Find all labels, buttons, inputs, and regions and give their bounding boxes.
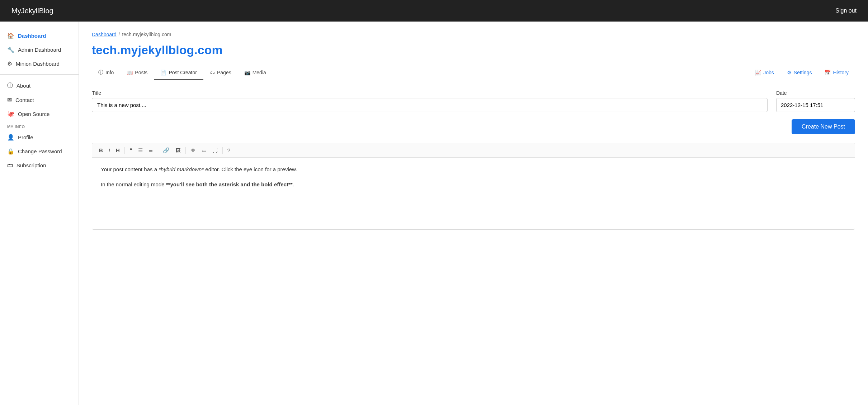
sidebar-item-change-password[interactable]: 🔒 Change Password — [0, 144, 79, 158]
editor-toolbar: B I H ❝ ☰ ≣ 🔗 🖼 👁 ▭ ⛶ ? — [92, 143, 855, 158]
help-button[interactable]: ? — [225, 146, 233, 154]
heading-button[interactable]: H — [113, 146, 122, 154]
editor-line-2: In the normal editing mode **you'll see … — [101, 180, 846, 189]
signout-button[interactable]: Sign out — [835, 8, 857, 14]
sidebar-item-label: Open Source — [18, 111, 49, 117]
editor-container: B I H ❝ ☰ ≣ 🔗 🖼 👁 ▭ ⛶ ? Your post conten… — [92, 143, 855, 230]
history-tab-icon: 📅 — [825, 70, 831, 75]
tab-label: Posts — [135, 70, 147, 75]
sidebar-item-open-source[interactable]: 🐙 Open Source — [0, 107, 79, 121]
sidebar-divider — [0, 74, 79, 75]
tab-label: Jobs — [763, 70, 774, 75]
topnav: MyJekyllBlog Sign out — [0, 0, 868, 22]
breadcrumb-home[interactable]: Dashboard — [92, 32, 117, 37]
sidebar-item-minion-dashboard[interactable]: ⚙ Minion Dashboard — [0, 57, 79, 71]
sidebar-item-dashboard[interactable]: 🏠 Dashboard — [0, 29, 79, 43]
toolbar-separator-2 — [158, 147, 158, 154]
sidebar-item-label: Admin Dashboard — [18, 47, 61, 53]
home-icon: 🏠 — [7, 32, 14, 39]
tab-pages[interactable]: 🗂 Pages — [203, 66, 238, 80]
link-button[interactable]: 🔗 — [160, 146, 172, 154]
info-tab-icon: ⓘ — [98, 69, 103, 76]
toolbar-separator-4 — [222, 147, 223, 154]
sidebar: 🏠 Dashboard 🔧 Admin Dashboard ⚙ Minion D… — [0, 22, 79, 405]
tabs-bar: ⓘ Info 📖 Posts 📄 Post Creator 🗂 Pages 📷 … — [92, 66, 855, 80]
main-content: Dashboard / tech.myjekyllblog.com tech.m… — [79, 22, 868, 405]
github-icon: 🐙 — [7, 111, 14, 117]
sidebar-item-label: Change Password — [18, 148, 62, 154]
media-tab-icon: 📷 — [244, 70, 250, 75]
quote-button[interactable]: ❝ — [127, 146, 135, 154]
card-icon: 🗃 — [7, 162, 13, 168]
tab-posts[interactable]: 📖 Posts — [120, 66, 154, 80]
italic-button[interactable]: I — [106, 146, 113, 154]
tab-label: Settings — [794, 70, 812, 75]
preview-button[interactable]: 👁 — [188, 146, 198, 154]
wrench-icon: 🔧 — [7, 46, 14, 53]
toolbar-separator-1 — [124, 147, 125, 154]
posts-tab-icon: 📖 — [127, 70, 133, 75]
settings-tab-icon: ⚙ — [787, 70, 792, 75]
sidebar-item-label: Dashboard — [18, 33, 46, 39]
unordered-list-button[interactable]: ☰ — [136, 146, 145, 154]
title-label: Title — [92, 90, 768, 96]
tab-post-creator[interactable]: 📄 Post Creator — [154, 66, 203, 80]
date-input-wrapper: ▾ — [776, 98, 855, 112]
editor-body[interactable]: Your post content has a *hybrid markdown… — [92, 158, 855, 229]
site-logo: MyJekyllBlog — [11, 7, 53, 15]
date-label: Date — [776, 90, 855, 96]
date-group: Date ▾ — [776, 90, 855, 112]
layout: 🏠 Dashboard 🔧 Admin Dashboard ⚙ Minion D… — [0, 22, 868, 405]
image-button[interactable]: 🖼 — [173, 146, 183, 154]
title-input[interactable] — [92, 98, 768, 112]
sidebar-item-label: Minion Dashboard — [16, 61, 60, 67]
sidebar-item-label: About — [16, 83, 30, 89]
sidebar-item-label: Profile — [18, 134, 33, 140]
tab-jobs[interactable]: 📈 Jobs — [749, 66, 780, 80]
title-group: Title — [92, 90, 768, 112]
tab-label: History — [833, 70, 849, 75]
editor-line-1: Your post content has a *hybrid markdown… — [101, 165, 846, 174]
create-btn-row: Create New Post — [92, 119, 855, 134]
date-input[interactable] — [777, 98, 853, 112]
sidebyside-button[interactable]: ▭ — [199, 146, 209, 154]
ordered-list-button[interactable]: ≣ — [146, 146, 156, 154]
tab-info[interactable]: ⓘ Info — [92, 66, 120, 80]
myinfo-section-label: MY INFO — [0, 121, 79, 130]
sidebar-item-label: Contact — [15, 97, 34, 103]
gear-icon: ⚙ — [7, 60, 12, 67]
toolbar-separator-3 — [185, 147, 186, 154]
sidebar-item-admin-dashboard[interactable]: 🔧 Admin Dashboard — [0, 43, 79, 57]
tab-label: Pages — [217, 70, 231, 75]
person-icon: 👤 — [7, 134, 14, 141]
page-title: tech.myjekyllblog.com — [92, 43, 855, 57]
fullscreen-button[interactable]: ⛶ — [210, 146, 220, 154]
chevron-down-icon: ▾ — [853, 103, 855, 108]
post-creator-tab-icon: 📄 — [160, 70, 166, 75]
info-icon: ⓘ — [7, 82, 13, 89]
envelope-icon: ✉ — [7, 97, 12, 103]
tab-media[interactable]: 📷 Media — [238, 66, 273, 80]
post-form-row: Title Date ▾ — [92, 90, 855, 112]
breadcrumb-separator: / — [119, 32, 120, 37]
create-new-post-button[interactable]: Create New Post — [792, 119, 855, 134]
lock-icon: 🔒 — [7, 148, 14, 155]
tab-label: Post Creator — [169, 70, 197, 75]
jobs-tab-icon: 📈 — [755, 70, 761, 75]
tab-label: Info — [105, 70, 114, 75]
sidebar-item-label: Subscription — [16, 162, 46, 168]
sidebar-item-subscription[interactable]: 🗃 Subscription — [0, 158, 79, 172]
sidebar-item-about[interactable]: ⓘ About — [0, 78, 79, 93]
tab-history[interactable]: 📅 History — [818, 66, 855, 80]
breadcrumb: Dashboard / tech.myjekyllblog.com — [92, 32, 855, 37]
tab-label: Media — [253, 70, 266, 75]
pages-tab-icon: 🗂 — [210, 70, 215, 75]
bold-button[interactable]: B — [96, 146, 105, 154]
sidebar-item-contact[interactable]: ✉ Contact — [0, 93, 79, 107]
breadcrumb-current: tech.myjekyllblog.com — [122, 32, 171, 37]
sidebar-item-profile[interactable]: 👤 Profile — [0, 130, 79, 144]
tab-settings[interactable]: ⚙ Settings — [780, 66, 819, 80]
